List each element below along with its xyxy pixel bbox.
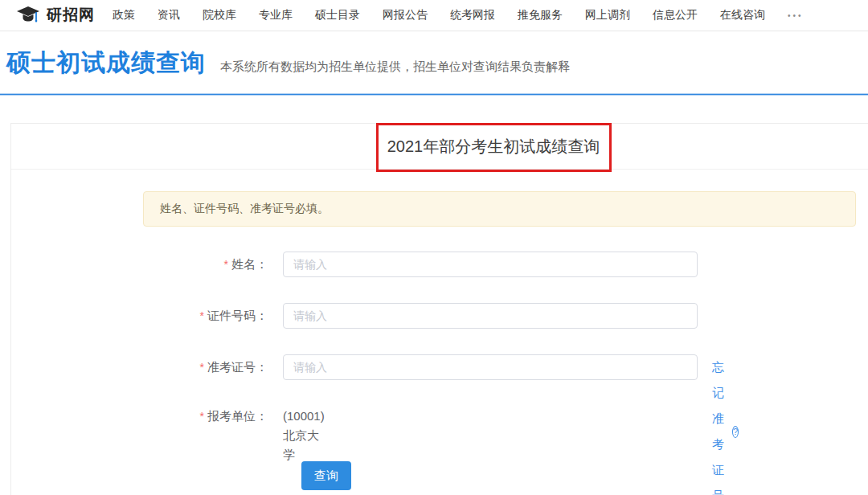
notice-banner: 姓名、证件号码、准考证号必填。	[143, 191, 856, 227]
page-heading: 硕士初试成绩查询 本系统所有数据均为招生单位提供，招生单位对查询结果负责解释	[6, 47, 570, 80]
name-label-text: 姓名：	[231, 257, 268, 271]
name-field-label: *姓名：	[11, 252, 268, 277]
nav-item-unified-exam-registration[interactable]: 统考网报	[450, 8, 495, 22]
ticket-label-text: 准考证号：	[207, 360, 268, 374]
nav-item-college-library[interactable]: 院校库	[203, 8, 236, 22]
ticket-field-label: *准考证号：	[11, 354, 268, 380]
ticket-input[interactable]	[283, 354, 698, 380]
graduation-cap-icon	[16, 6, 40, 25]
question-circle-icon: ?	[732, 426, 739, 438]
id-number-label-text: 证件号码：	[207, 309, 268, 322]
nav-menu: 政策 资讯 院校库 专业库 硕士目录 网报公告 统考网报 推免服务 网上调剂 信…	[113, 8, 804, 22]
id-number-field-label: *证件号码：	[11, 303, 268, 329]
nav-item-online-consult[interactable]: 在线咨询	[720, 8, 765, 22]
notice-text: 姓名、证件号码、准考证号必填。	[160, 202, 329, 216]
nav-item-major-library[interactable]: 专业库	[259, 8, 293, 22]
required-asterisk: *	[200, 410, 204, 423]
panel-title: 2021年部分考生初试成绩查询	[387, 136, 600, 158]
query-button[interactable]: 查询	[301, 461, 351, 490]
site-logo-text: 研招网	[47, 5, 95, 26]
nav-item-registration-notice[interactable]: 网报公告	[383, 8, 428, 22]
required-asterisk: *	[200, 309, 204, 322]
name-input[interactable]	[283, 252, 698, 277]
nav-item-policy[interactable]: 政策	[113, 8, 135, 22]
nav-item-exemption-service[interactable]: 推免服务	[518, 8, 563, 22]
nav-item-news[interactable]: 资讯	[158, 8, 180, 22]
forgot-ticket-text: 忘记准考证号	[712, 354, 730, 495]
page-title: 硕士初试成绩查询	[6, 47, 206, 80]
nav-more-button[interactable]: •••	[788, 11, 804, 20]
site-logo[interactable]: 研招网	[16, 5, 95, 26]
nav-item-master-catalog[interactable]: 硕士目录	[315, 8, 360, 22]
nav-item-online-adjustment[interactable]: 网上调剂	[585, 8, 630, 22]
forgot-ticket-link[interactable]: 忘记准考证号 ?	[712, 354, 739, 495]
required-asterisk: *	[200, 361, 204, 374]
institution-value: (10001)北京大学	[283, 407, 325, 464]
panel-header: 2021年部分考生初试成绩查询	[11, 124, 868, 170]
blue-divider	[0, 93, 868, 96]
query-panel: 2021年部分考生初试成绩查询 姓名、证件号码、准考证号必填。 *姓名： *证件…	[10, 123, 868, 495]
institution-field-label: *报考单位：	[11, 407, 268, 426]
required-asterisk: *	[224, 258, 228, 271]
page-subtitle: 本系统所有数据均为招生单位提供，招生单位对查询结果负责解释	[220, 59, 570, 75]
id-number-input[interactable]	[283, 303, 698, 329]
top-navigation: 研招网 政策 资讯 院校库 专业库 硕士目录 网报公告 统考网报 推免服务 网上…	[0, 0, 868, 31]
institution-label-text: 报考单位：	[207, 409, 268, 423]
nav-item-info-disclosure[interactable]: 信息公开	[653, 8, 698, 22]
